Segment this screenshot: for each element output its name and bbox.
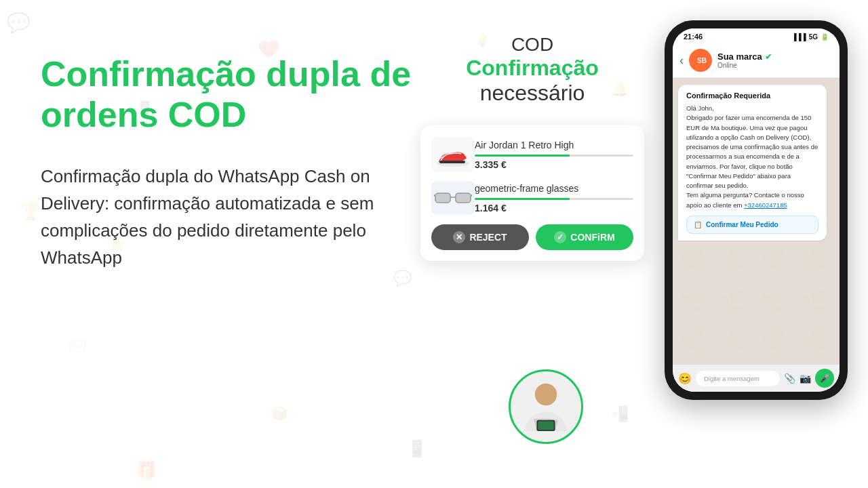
description-text: Confirmação dupla do WhatsApp Cash on De… xyxy=(41,163,434,272)
card-buttons: ✕ REJECT ✓ CONFiRM xyxy=(431,224,633,250)
product-price-2: 1.164 € xyxy=(475,203,633,214)
message-bubble: Confirmação Requerida Olá John, Obrigado… xyxy=(678,85,827,241)
reject-icon: ✕ xyxy=(453,231,465,243)
brand-name: Sua marca ✔ xyxy=(717,52,833,62)
necessario-label: necessário xyxy=(420,81,644,106)
signal-label: 5G xyxy=(809,33,818,41)
person-avatar xyxy=(509,369,583,444)
message-input[interactable]: Digite a mensagem xyxy=(696,371,780,386)
product-info-1: Air Jordan 1 Retro High 3.335 € xyxy=(475,140,633,170)
camera-icon[interactable]: 📷 xyxy=(800,373,811,384)
brand-avatar: SB xyxy=(689,49,712,72)
status-time: 21:46 xyxy=(684,33,703,41)
brand-name-block: Sua marca ✔ Online xyxy=(717,52,833,69)
whatsapp-input-area: 😊 Digite a mensagem 📎 📷 🎤 xyxy=(673,364,840,392)
confirm-button[interactable]: ✓ CONFiRM xyxy=(536,224,633,250)
input-icons: 📎 📷 xyxy=(784,373,811,384)
product-divider-2 xyxy=(475,198,633,200)
status-icons: ▐▐▐ 5G 🔋 xyxy=(791,33,829,41)
center-header: COD Confirmação necessário xyxy=(420,34,644,119)
svg-rect-2 xyxy=(435,193,450,203)
phone-link[interactable]: +32460247185 xyxy=(744,201,787,209)
confirm-btn-icon: 📋 xyxy=(694,221,702,228)
whatsapp-header: ‹ SB Sua marca ✔ Online xyxy=(673,43,840,78)
signal-icon: ▐▐▐ xyxy=(791,33,806,41)
message-title: Confirmação Requerida xyxy=(686,92,818,100)
confirm-icon: ✓ xyxy=(554,231,566,243)
main-title: Confirmação dupla de ordens COD xyxy=(41,54,434,136)
mic-button[interactable]: 🎤 xyxy=(815,369,834,388)
brand-status: Online xyxy=(717,62,833,69)
confirm-btn-label: Confirmar Meu Pedido xyxy=(706,221,778,228)
product-info-2: geometric-frame glasses 1.164 € xyxy=(475,183,633,214)
product-item-2: geometric-frame glasses 1.164 € xyxy=(431,181,633,215)
product-image-shoe xyxy=(431,138,475,171)
svg-rect-8 xyxy=(538,422,553,430)
attach-icon[interactable]: 📎 xyxy=(784,373,795,384)
product-item-1: Air Jordan 1 Retro High 3.335 € xyxy=(431,138,633,171)
product-card: Air Jordan 1 Retro High 3.335 € geometri… xyxy=(420,125,644,261)
phone-mockup: 21:46 ▐▐▐ 5G 🔋 ‹ SB Sua marca ✔ O xyxy=(665,20,848,400)
back-icon[interactable]: ‹ xyxy=(679,54,684,68)
reject-button[interactable]: ✕ REJECT xyxy=(431,224,529,250)
confirmacao-label: Confirmação xyxy=(420,56,644,81)
svg-rect-3 xyxy=(456,193,471,203)
product-name-1: Air Jordan 1 Retro High xyxy=(475,140,633,150)
product-price-1: 3.335 € xyxy=(475,159,633,170)
whatsapp-confirm-button[interactable]: 📋 Confirmar Meu Pedido xyxy=(686,216,818,234)
emoji-icon[interactable]: 😊 xyxy=(678,372,692,385)
svg-rect-1 xyxy=(439,161,465,163)
product-name-2: geometric-frame glasses xyxy=(475,183,633,194)
message-body: Olá John, Obrigado por fazer uma encomen… xyxy=(686,104,818,210)
confirm-label: CONFiRM xyxy=(570,232,614,243)
battery-icon: 🔋 xyxy=(821,33,829,41)
product-image-glasses xyxy=(431,181,475,215)
reject-label: REJECT xyxy=(469,232,507,243)
verified-icon: ✔ xyxy=(765,52,772,62)
svg-text:SB: SB xyxy=(697,57,707,64)
chat-area: Confirmação Requerida Olá John, Obrigado… xyxy=(673,78,840,364)
product-divider-1 xyxy=(475,155,633,157)
svg-point-6 xyxy=(535,384,557,405)
phone-screen: 21:46 ▐▐▐ 5G 🔋 ‹ SB Sua marca ✔ O xyxy=(673,28,840,392)
cod-label: COD xyxy=(420,34,644,56)
left-section: Confirmação dupla de ordens COD Confirma… xyxy=(41,54,434,272)
status-bar: 21:46 ▐▐▐ 5G 🔋 xyxy=(673,28,840,43)
